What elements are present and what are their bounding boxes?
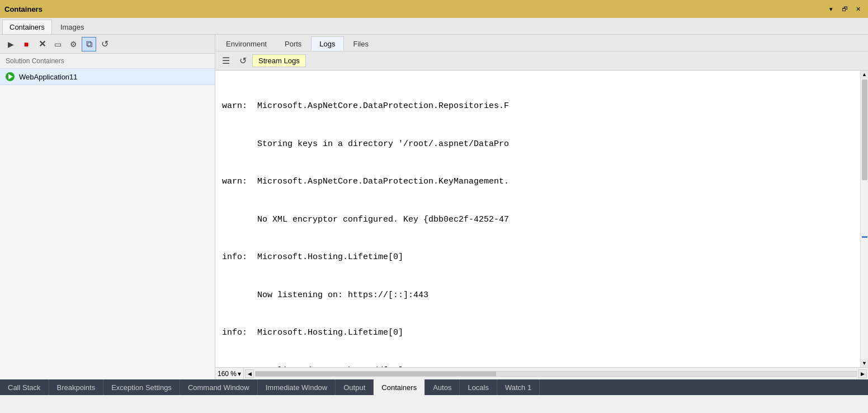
refresh-button[interactable]: ↺ [97,37,112,51]
log-text: warn: Microsoft.AspNetCore.DataProtectio… [215,71,860,367]
right-tab-bar: Environment Ports Logs Files [215,35,868,51]
status-bar: 160 % ▾ ◀ ▶ [215,367,868,379]
zoom-selector[interactable]: 160 % ▾ [215,368,244,379]
zoom-dropdown-icon: ▾ [238,370,241,378]
container-item-webapplication[interactable]: WebApplication11 [0,69,215,85]
scroll-marker [862,236,867,238]
play-button[interactable]: ▶ [3,37,18,51]
refresh-log-button[interactable]: ↺ [235,54,250,68]
right-panel: Environment Ports Logs Files ☰ ↺ Stream … [215,35,868,379]
tab-environment[interactable]: Environment [218,36,275,51]
restore-btn[interactable]: 🗗 [839,3,850,15]
title-bar-controls: ▾ 🗗 ✕ [825,3,864,15]
tab-exception-settings[interactable]: Exception Settings [103,379,180,395]
horizontal-scroll-container: ◀ ▶ [244,368,868,379]
delete-button[interactable]: ✕ [35,37,49,51]
minimize-btn[interactable]: ▾ [825,3,837,15]
content-area: ▶ ■ ✕ ▭ ⚙ ⧉ ↺ Solution Containers WebApp… [0,35,868,379]
zoom-level: 160 % [218,370,237,378]
scroll-down-btn[interactable]: ▼ [861,359,869,367]
scroll-up-btn[interactable]: ▲ [861,71,869,78]
tab-immediate-window[interactable]: Immediate Window [258,379,336,395]
tab-containers-bottom[interactable]: Containers [374,379,425,395]
left-panel: ▶ ■ ✕ ▭ ⚙ ⧉ ↺ Solution Containers WebApp… [0,35,215,379]
tab-containers[interactable]: Containers [2,20,52,34]
tab-files[interactable]: Files [345,36,377,51]
scroll-right-btn[interactable]: ▶ [858,369,867,378]
close-btn[interactable]: ✕ [852,3,864,15]
right-toolbar: ☰ ↺ Stream Logs [215,51,868,71]
stream-logs-button[interactable]: Stream Logs [252,54,306,67]
tab-command-window[interactable]: Command Window [180,379,258,395]
log-line-5: Now listening on: https://[::]:443 [222,289,853,302]
log-line-1: Storing keys in a directory '/root/.aspn… [222,138,853,151]
title-bar-left: Containers [4,5,43,13]
window-title: Containers [4,5,43,13]
scroll-thumb[interactable] [862,79,867,180]
tab-output[interactable]: Output [336,379,374,395]
tab-ports[interactable]: Ports [276,36,310,51]
copy-button[interactable]: ⧉ [82,37,96,51]
stop-button[interactable]: ■ [19,37,34,51]
log-line-7: Now listening on: http://[::]:80 [222,365,853,368]
scroll-icon-button[interactable]: ☰ [219,54,233,68]
vertical-scrollbar[interactable]: ▲ ▼ [860,71,868,367]
log-line-4: info: Microsoft.Hosting.Lifetime[0] [222,251,853,264]
bottom-tab-bar: Call Stack Breakpoints Exception Setting… [0,379,868,395]
container-name: WebApplication11 [19,73,78,81]
scroll-left-btn[interactable]: ◀ [245,369,254,378]
left-toolbar: ▶ ■ ✕ ▭ ⚙ ⧉ ↺ [0,35,215,54]
tab-watch1[interactable]: Watch 1 [497,379,540,395]
app-window: Containers ▾ 🗗 ✕ Containers Images ▶ ■ ✕… [0,0,868,395]
log-line-3: No XML encryptor configured. Key {dbb0ec… [222,214,853,227]
tab-locals[interactable]: Locals [460,379,497,395]
tab-images[interactable]: Images [53,20,92,34]
tab-logs[interactable]: Logs [311,36,343,51]
log-line-2: warn: Microsoft.AspNetCore.DataProtectio… [222,176,853,189]
tab-autos[interactable]: Autos [425,379,460,395]
running-status-icon [6,72,15,81]
settings-button[interactable]: ⚙ [66,37,81,51]
h-scroll-thumb [256,372,496,376]
tab-call-stack[interactable]: Call Stack [0,379,49,395]
tab-breakpoints[interactable]: Breakpoints [49,379,104,395]
top-tab-bar: Containers Images [0,18,868,35]
log-content-area: warn: Microsoft.AspNetCore.DataProtectio… [215,71,868,367]
log-line-6: info: Microsoft.Hosting.Lifetime[0] [222,327,853,340]
terminal-button[interactable]: ▭ [50,37,65,51]
log-line-0: warn: Microsoft.AspNetCore.DataProtectio… [222,100,853,113]
section-header: Solution Containers [0,54,215,69]
h-scroll-track[interactable] [255,371,857,377]
title-bar: Containers ▾ 🗗 ✕ [0,0,868,18]
